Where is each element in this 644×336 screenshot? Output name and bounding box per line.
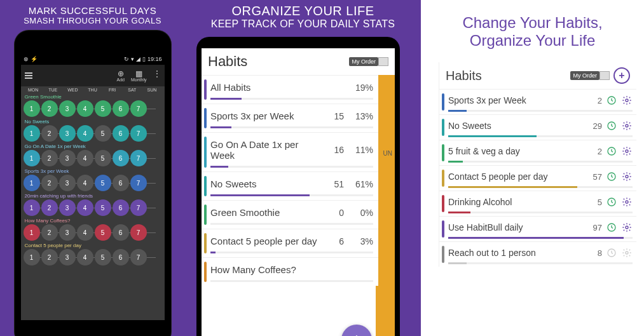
habit-list-item[interactable]: Contact 5 people per day57	[439, 165, 636, 191]
day-dot[interactable]: 4	[77, 249, 93, 265]
reminder-icon[interactable]	[606, 247, 617, 259]
reminder-icon[interactable]	[606, 120, 617, 131]
monthly-button[interactable]: ▦ Monthly	[131, 70, 147, 82]
day-dot[interactable]: 1	[24, 125, 40, 142]
day-dot[interactable]: 1	[24, 224, 40, 241]
day-dot[interactable]: 3	[59, 199, 76, 216]
reminder-icon[interactable]	[606, 95, 617, 106]
menu-icon[interactable]	[25, 72, 32, 79]
habit-stat-item[interactable]: Sports 3x per Week1513%	[202, 104, 378, 132]
day-dot[interactable]: 3	[59, 249, 76, 265]
habit-stat-item[interactable]: Green Smoothie00%	[202, 200, 378, 229]
habit-row[interactable]: Green Smoothie1234567	[21, 93, 165, 118]
habit-row[interactable]: How Many Coffees?1234567	[21, 217, 165, 242]
gear-icon[interactable]	[621, 196, 633, 208]
habit-list-item[interactable]: Reach out to 1 person8	[439, 241, 636, 267]
sort-toggle[interactable]: My Order	[349, 57, 388, 66]
habit-row[interactable]: 20min catching up with friends1234567	[21, 192, 165, 217]
day-dot[interactable]: 5	[95, 249, 111, 265]
headline-line1: ORGANIZE YOUR LIFE	[188, 4, 418, 18]
reminder-icon[interactable]	[606, 196, 617, 208]
habit-list-item[interactable]: Use HabitBull daily97	[439, 216, 636, 241]
day-dot[interactable]: 1	[24, 175, 40, 191]
habit-list-item[interactable]: Drinking Alcohol5	[439, 191, 636, 216]
day-dot[interactable]: 5	[95, 224, 111, 241]
habit-row[interactable]: Contact 5 people per day1234567	[21, 242, 165, 267]
day-dot[interactable]: 4	[77, 125, 93, 142]
day-dot[interactable]: 4	[77, 224, 93, 241]
day-dot[interactable]: 4	[77, 150, 93, 166]
day-dot[interactable]: 7	[130, 224, 147, 241]
gear-icon[interactable]	[621, 247, 633, 259]
day-dot[interactable]: 5	[95, 175, 111, 191]
toggle-switch[interactable]	[378, 57, 388, 66]
day-dot[interactable]: 2	[41, 199, 58, 216]
day-dot[interactable]: 3	[59, 150, 76, 166]
day-dot[interactable]: 6	[113, 224, 129, 241]
day-dot[interactable]: 7	[130, 125, 147, 142]
day-dot[interactable]: 3	[59, 125, 76, 142]
day-dot[interactable]: 7	[130, 175, 147, 191]
day-dot[interactable]: 6	[113, 125, 129, 142]
habit-list-item[interactable]: 5 fruit & veg a day2	[439, 140, 636, 165]
habit-row[interactable]: Sports 3x per Week1234567	[21, 168, 165, 192]
day-dot[interactable]: 1	[24, 150, 40, 166]
day-dot[interactable]: 6	[113, 100, 129, 117]
day-dot[interactable]: 4	[77, 199, 93, 216]
color-bar	[442, 220, 444, 238]
overflow-button[interactable]: ⋮	[153, 70, 161, 82]
monthly-label: Monthly	[131, 77, 147, 82]
sort-toggle[interactable]: My Order	[570, 71, 610, 80]
day-dot[interactable]: 5	[95, 125, 111, 142]
habit-row[interactable]: Go On A Date 1x per Week1234567	[21, 143, 165, 168]
day-dot[interactable]: 7	[130, 150, 147, 166]
day-dot[interactable]: 6	[113, 249, 129, 265]
habit-list-item[interactable]: No Sweets29	[439, 114, 636, 140]
day-dot[interactable]: 2	[41, 249, 58, 265]
gear-icon[interactable]	[621, 222, 633, 233]
day-dot[interactable]: 5	[95, 199, 111, 216]
add-button[interactable]: ⊕ Add	[117, 70, 125, 82]
day-dot[interactable]: 2	[41, 150, 58, 166]
add-habit-button[interactable]: +	[613, 67, 630, 84]
habit-stat-item[interactable]: All Habits19%	[202, 75, 378, 104]
habit-stat-item[interactable]: Contact 5 people per day63%	[202, 229, 378, 257]
day-dot[interactable]: 7	[130, 199, 147, 216]
day-dot[interactable]: 5	[95, 100, 111, 117]
gear-icon[interactable]	[621, 145, 633, 157]
day-dot[interactable]: 7	[130, 100, 147, 117]
day-dot[interactable]: 6	[113, 150, 129, 166]
habit-row[interactable]: No Sweets1234567	[21, 118, 165, 143]
day-dot[interactable]: 3	[59, 224, 76, 241]
habit-stat-item[interactable]: How Many Coffees?	[202, 257, 378, 286]
day-dot[interactable]: 2	[41, 175, 58, 191]
day-dot[interactable]: 6	[113, 199, 129, 216]
day-dot[interactable]: 2	[41, 125, 58, 142]
gear-icon[interactable]	[621, 95, 633, 106]
toggle-switch[interactable]	[599, 71, 610, 80]
habit-stat-item[interactable]: No Sweets5161%	[202, 171, 378, 200]
day-dot[interactable]: 3	[59, 100, 76, 117]
reminder-icon[interactable]	[606, 145, 617, 157]
reminder-icon[interactable]	[606, 222, 617, 233]
habit-stat-item[interactable]: Go On A Date 1x per Week1611%	[202, 132, 378, 171]
day-dot[interactable]: 1	[24, 199, 40, 216]
day-dot[interactable]: 4	[77, 175, 93, 191]
day-dot[interactable]: 3	[59, 175, 76, 191]
day-dot[interactable]: 5	[95, 150, 111, 166]
day-dots: 1234567	[24, 125, 162, 142]
day-dot[interactable]: 6	[113, 175, 129, 191]
gear-icon[interactable]	[621, 171, 633, 182]
day-dot[interactable]: 2	[41, 100, 58, 117]
day-dot[interactable]: 2	[41, 224, 58, 241]
day-dot[interactable]: 1	[24, 100, 40, 117]
fab-add-button[interactable]: +	[341, 325, 372, 336]
gear-icon[interactable]	[621, 120, 633, 131]
phone-mockup-2: UN Habits My Order All Habits19%Sports 3…	[196, 37, 400, 336]
reminder-icon[interactable]	[606, 171, 617, 182]
habit-list-item[interactable]: Sports 3x per Week2	[439, 89, 636, 114]
habit-name: All Habits	[210, 82, 322, 93]
day-dot[interactable]: 7	[130, 249, 147, 265]
day-dot[interactable]: 4	[77, 100, 93, 117]
day-dot[interactable]: 1	[24, 249, 40, 265]
